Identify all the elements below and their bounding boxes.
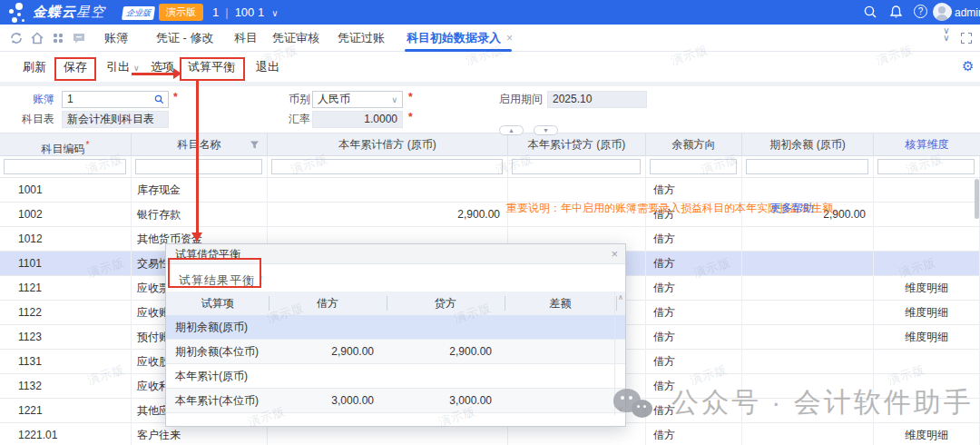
- dialog-table-row[interactable]: 期初余额(本位币) 2,900.00 2,900.00: [166, 340, 625, 364]
- filter-direction-input[interactable]: [650, 159, 737, 174]
- dimension-detail-link[interactable]: 维度明细: [874, 276, 980, 301]
- col-header-opening[interactable]: 期初余额 (原币): [742, 134, 874, 156]
- tab-voucher-post[interactable]: 凭证过账: [338, 25, 385, 52]
- col-header-name[interactable]: 科目名称: [132, 134, 268, 156]
- close-icon[interactable]: ×: [611, 244, 618, 264]
- chevron-down-icon: ∨: [133, 64, 140, 73]
- col-header-ytd-credit[interactable]: 本年累计贷方 (原币): [508, 134, 646, 156]
- org-switcher[interactable]: 1|100 1∨: [212, 5, 279, 19]
- exit-button[interactable]: 退出: [256, 52, 279, 82]
- cell-direction: 借方: [646, 350, 742, 374]
- dialog-table-row[interactable]: 本年累计(本位币) 3,000.00 3,000.00: [166, 389, 625, 413]
- col-header-direction[interactable]: 余额方向: [646, 134, 742, 156]
- topbar: 金蝶云星空 企业版 演示版 1|100 1∨ ? admin: [0, 0, 980, 25]
- options-button[interactable]: 选项: [151, 52, 174, 82]
- org-id: 1: [212, 5, 219, 19]
- cell-trial-debit: [269, 364, 387, 389]
- collapse-down-button[interactable]: ▼: [534, 125, 558, 135]
- filter-credit-input[interactable]: [512, 159, 641, 174]
- chevrons-down-icon[interactable]: ∨∨: [940, 27, 953, 42]
- dimension-detail-link[interactable]: 维度明细: [874, 423, 980, 445]
- gear-icon[interactable]: ⚙: [962, 58, 974, 74]
- dialog-scrollbar[interactable]: ∧ ∨: [614, 292, 625, 415]
- filter-code-input[interactable]: [4, 159, 126, 174]
- scroll-up-icon[interactable]: ∧: [616, 293, 625, 302]
- dimension-detail-link[interactable]: [874, 374, 980, 399]
- dimension-detail-link[interactable]: [874, 350, 980, 374]
- ledger-input[interactable]: 1: [62, 91, 169, 108]
- col-header-item: 试算项: [166, 292, 269, 315]
- col-header-ytd-debit[interactable]: 本年累计借方 (原币): [268, 134, 508, 156]
- search-icon[interactable]: [863, 5, 878, 20]
- table-row[interactable]: 1001 库存现金 借方: [0, 178, 980, 203]
- edition-badge: 企业版: [122, 6, 155, 20]
- cell-trial-item: 期初余额(本位币): [166, 340, 269, 364]
- annotation-arrowhead-right: [173, 68, 181, 79]
- apps-grid-icon[interactable]: [51, 31, 65, 45]
- cell-trial-item: 期初余额(原币): [166, 315, 269, 340]
- filter-opening-input[interactable]: [746, 159, 868, 174]
- sync-icon[interactable]: [9, 31, 24, 45]
- fullscreen-icon[interactable]: [961, 33, 972, 44]
- col-header-diff: 差额: [505, 292, 616, 315]
- currency-select[interactable]: 人民币∨: [312, 91, 403, 108]
- cell-code: 1001: [0, 178, 132, 203]
- search-icon[interactable]: [154, 94, 164, 104]
- start-period-field: 2025.10: [547, 91, 647, 108]
- collapse-up-button[interactable]: ▲: [499, 125, 524, 135]
- cell-opening-balance: [742, 374, 874, 399]
- col-header-code[interactable]: 科目编码*: [0, 134, 132, 156]
- cell-code: 1131: [0, 350, 132, 374]
- col-header-dimension[interactable]: 核算维度: [874, 134, 980, 156]
- bell-icon[interactable]: [888, 5, 904, 20]
- chart-of-accounts-label: 科目表: [18, 111, 54, 128]
- annotation-box-result-message: [168, 258, 261, 288]
- tab-initial-data-entry[interactable]: 科目初始数据录入×: [407, 25, 513, 52]
- cell-direction: 借方: [646, 399, 742, 423]
- tab-voucher-audit[interactable]: 凭证审核: [272, 25, 319, 52]
- dimension-detail-link[interactable]: 维度明细: [874, 325, 980, 350]
- tab-voucher-edit[interactable]: 凭证 - 修改: [156, 25, 214, 52]
- table-scrollbar[interactable]: [975, 179, 979, 219]
- tab-account[interactable]: 科目: [234, 25, 258, 52]
- cell-trial-credit: 3,000.00: [387, 389, 505, 413]
- cell-trial-diff: [505, 389, 616, 413]
- more-help-link[interactable]: 更多帮助: [770, 201, 814, 216]
- required-mark: *: [408, 111, 413, 124]
- filter-debit-input[interactable]: [271, 159, 503, 174]
- cell-direction: 借方: [646, 252, 742, 276]
- dialog-table-row[interactable]: 本年累计(原币): [166, 364, 625, 389]
- message-icon[interactable]: [72, 31, 86, 45]
- cell-ytd-debit: [268, 178, 508, 203]
- home-icon[interactable]: [30, 31, 44, 45]
- export-button[interactable]: 引出∨: [106, 52, 140, 82]
- cell-code: 1132: [0, 374, 132, 399]
- avatar[interactable]: [933, 3, 951, 21]
- dialog-table-row[interactable]: 期初余额(原币): [166, 315, 625, 340]
- dimension-detail-link[interactable]: [874, 227, 980, 252]
- cell-code: 1002: [0, 203, 132, 227]
- dimension-detail-link[interactable]: [874, 399, 980, 423]
- help-icon[interactable]: ?: [914, 5, 927, 18]
- cell-opening-balance: [742, 350, 874, 374]
- dimension-detail-link[interactable]: [874, 252, 980, 276]
- cell-direction: 借方: [646, 301, 742, 325]
- dimension-detail-link[interactable]: 维度明细: [874, 301, 980, 325]
- close-icon[interactable]: ×: [506, 32, 513, 44]
- cell-direction: 借方: [646, 227, 742, 252]
- cell-trial-diff: [505, 364, 616, 389]
- ledger-label[interactable]: 账簿: [18, 91, 54, 108]
- toolbar: 刷新 保存 引出∨ 选项 试算平衡 退出 ⚙: [0, 52, 980, 82]
- cell-opening-balance: [742, 423, 874, 445]
- filter-funnel-icon[interactable]: [250, 140, 260, 150]
- cell-code: 1012: [0, 227, 132, 252]
- dimension-detail-link[interactable]: [874, 203, 980, 227]
- dimension-detail-link[interactable]: [874, 178, 980, 203]
- demo-badge: 演示版: [159, 4, 203, 21]
- tab-ledger[interactable]: 账簿: [104, 25, 128, 52]
- scroll-down-icon[interactable]: ∨: [616, 405, 625, 413]
- refresh-button[interactable]: 刷新: [23, 52, 46, 82]
- filter-name-input[interactable]: [135, 159, 262, 174]
- user-name[interactable]: admin: [955, 6, 980, 19]
- filter-dimension-input[interactable]: [877, 159, 975, 174]
